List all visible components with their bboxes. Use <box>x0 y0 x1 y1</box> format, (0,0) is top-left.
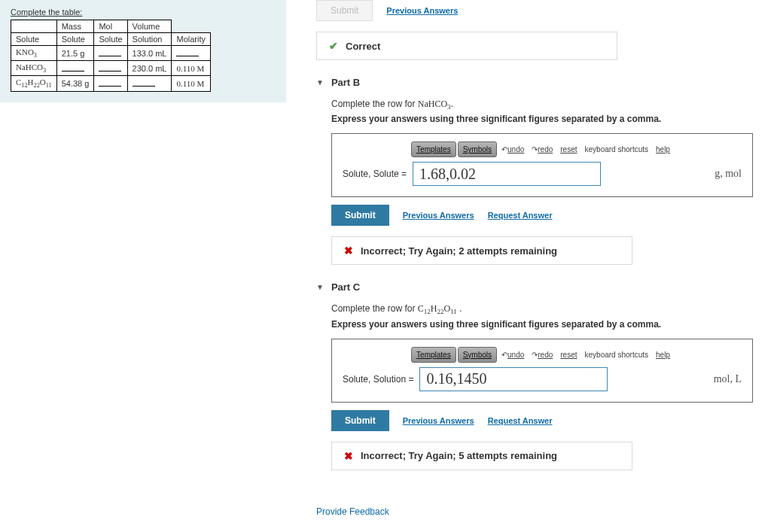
part-b-instruction-bold: Express your answers using three signifi… <box>331 114 756 124</box>
table-row: KNO3 21.5 g 133.0 mL <box>11 46 211 61</box>
feedback-text: Correct <box>346 41 380 52</box>
part-b-instruction: Complete the row for NaHCO3. <box>331 99 756 111</box>
answer-label: Solute, Solute = <box>343 169 407 179</box>
help-button[interactable]: help <box>653 351 673 359</box>
question-panel: Complete the table: Mass Mol Volume Solu… <box>0 0 286 102</box>
symbols-button[interactable]: Symbols <box>458 347 497 363</box>
help-button[interactable]: help <box>653 145 673 154</box>
undo-button[interactable]: ↶undo <box>498 145 527 154</box>
answer-units: mol, L <box>714 373 742 385</box>
feedback-incorrect-c: ✖ Incorrect; Try Again; 5 attempts remai… <box>331 442 632 470</box>
provide-feedback-link[interactable]: Provide Feedback <box>316 506 389 517</box>
x-icon: ✖ <box>344 245 353 257</box>
feedback-correct: ✔ Correct <box>316 32 617 60</box>
part-b-header: ▼ Part B <box>316 77 756 88</box>
table-subheader-row: Solute Solute Solute Solution Molarity <box>11 33 211 46</box>
question-title: Complete the table: <box>11 8 276 17</box>
previous-answers-link-b[interactable]: Previous Answers <box>403 211 474 220</box>
templates-button[interactable]: Templates <box>411 347 456 363</box>
templates-button[interactable]: Templates <box>411 141 456 157</box>
previous-answers-link[interactable]: Previous Answers <box>386 6 458 15</box>
x-icon: ✖ <box>344 450 353 462</box>
table-header-row: Mass Mol Volume <box>11 20 211 33</box>
part-c-instruction: Complete the row for C12H22O11 . <box>331 303 756 315</box>
request-answer-link-b[interactable]: Request Answer <box>488 211 553 220</box>
submit-button-c[interactable]: Submit <box>331 410 389 431</box>
previous-answers-link-c[interactable]: Previous Answers <box>403 416 474 425</box>
answer-frame-b: Templates Symbols ↶undo ↷redo reset keyb… <box>331 133 753 197</box>
table-row: NaHCO3 230.0 mL 0.110 M <box>11 61 211 76</box>
data-table: Mass Mol Volume Solute Solute Solute Sol… <box>11 20 211 92</box>
submit-button-b[interactable]: Submit <box>331 205 389 226</box>
request-answer-link-c[interactable]: Request Answer <box>488 416 553 425</box>
part-c-header: ▼ Part C <box>316 281 756 293</box>
editor-toolbar: Templates Symbols ↶undo ↷redo reset keyb… <box>343 141 742 157</box>
shortcuts-button[interactable]: keyboard shortcuts <box>582 145 652 154</box>
check-icon: ✔ <box>329 40 338 52</box>
shortcuts-button[interactable]: keyboard shortcuts <box>582 351 652 359</box>
answer-units: g, mol <box>715 168 742 180</box>
chevron-down-icon[interactable]: ▼ <box>316 78 324 87</box>
part-c-instruction-bold: Express your answers using three signifi… <box>331 319 756 330</box>
reset-button[interactable]: reset <box>557 351 580 359</box>
editor-toolbar: Templates Symbols ↶undo ↷redo reset keyb… <box>343 347 742 363</box>
redo-button[interactable]: ↷redo <box>529 145 556 154</box>
undo-button[interactable]: ↶undo <box>498 351 527 359</box>
chevron-down-icon[interactable]: ▼ <box>316 283 324 291</box>
feedback-incorrect-b: ✖ Incorrect; Try Again; 2 attempts remai… <box>331 236 632 265</box>
answer-input-c[interactable] <box>419 367 608 391</box>
answer-label: Solute, Solution = <box>343 374 413 385</box>
symbols-button[interactable]: Symbols <box>458 141 497 157</box>
redo-button[interactable]: ↷redo <box>529 351 556 359</box>
table-row: C12H22O11 54.38 g 0.110 M <box>11 76 211 91</box>
submit-button-disabled: Submit <box>316 0 373 21</box>
answer-input-b[interactable] <box>413 162 601 186</box>
answer-frame-c: Templates Symbols ↶undo ↷redo reset keyb… <box>331 339 753 403</box>
reset-button[interactable]: reset <box>557 145 580 154</box>
feedback-text: Incorrect; Try Again; 5 attempts remaini… <box>361 450 557 461</box>
feedback-text: Incorrect; Try Again; 2 attempts remaini… <box>361 245 557 257</box>
